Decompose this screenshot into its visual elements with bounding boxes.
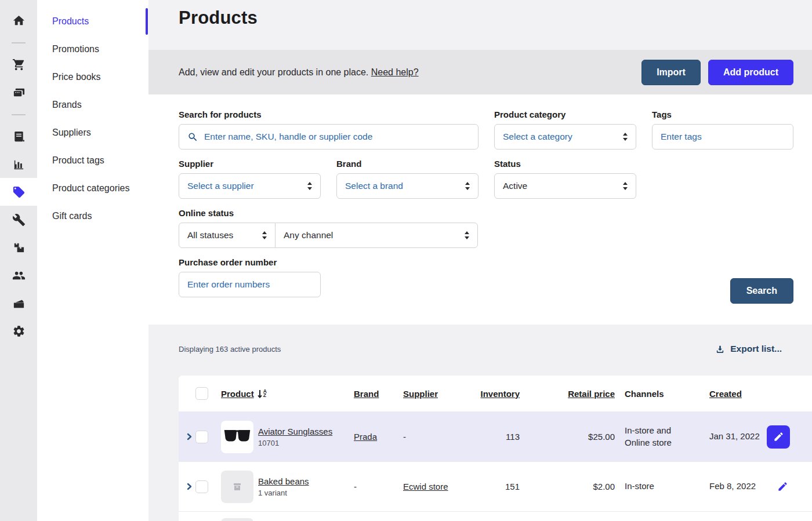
search-label: Search for products xyxy=(179,110,478,119)
created-cell: Feb 8, 2022 xyxy=(699,480,767,492)
tag-icon[interactable] xyxy=(0,178,37,206)
product-search-field xyxy=(179,124,478,150)
home-icon[interactable] xyxy=(0,6,37,34)
page-header: Products xyxy=(148,0,812,50)
brand-cell: - xyxy=(354,482,403,491)
column-header-created[interactable]: Created xyxy=(699,389,767,399)
edit-product-button[interactable] xyxy=(771,475,794,498)
supplier-link[interactable]: Ecwid store xyxy=(403,482,448,491)
add-product-button[interactable]: Add product xyxy=(708,60,793,85)
ledger-icon[interactable] xyxy=(0,122,37,150)
product-cell: Aviator Sunglasses 10701 xyxy=(258,427,354,447)
row-checkbox[interactable] xyxy=(195,431,208,443)
edit-product-button[interactable] xyxy=(767,425,790,449)
sort-asc-icon: AZ xyxy=(257,389,267,398)
expand-chevron-icon[interactable] xyxy=(186,483,195,490)
status-label: Status xyxy=(494,159,636,169)
row-checkbox[interactable] xyxy=(195,480,208,493)
download-icon xyxy=(715,344,725,354)
channel-select[interactable]: Any channel xyxy=(275,223,478,248)
pencil-icon xyxy=(777,481,788,492)
product-thumbnail xyxy=(221,421,253,453)
brand-select[interactable]: Select a brand xyxy=(336,173,478,199)
tags-field xyxy=(652,124,793,150)
box-placeholder-icon xyxy=(233,482,242,491)
cart-icon[interactable] xyxy=(0,50,37,78)
active-indicator xyxy=(146,8,148,35)
retail-price-cell: $2.00 xyxy=(520,482,615,491)
banner-actions: Import Add product xyxy=(641,60,793,85)
po-input[interactable] xyxy=(187,279,312,290)
import-button[interactable]: Import xyxy=(641,60,701,85)
inventory-cell: 113 xyxy=(461,432,520,442)
sidebar-item-suppliers[interactable]: Suppliers xyxy=(37,119,148,147)
tags-input[interactable] xyxy=(661,132,785,142)
po-field xyxy=(179,272,321,297)
spinner-icon xyxy=(465,182,470,190)
bar-chart-icon[interactable] xyxy=(0,150,37,178)
status-select[interactable]: Active xyxy=(494,173,636,199)
users-icon[interactable] xyxy=(0,261,37,289)
channels-cell: In-store and Online store xyxy=(615,425,699,449)
column-header-product[interactable]: Product AZ xyxy=(221,389,354,399)
product-thumbnail-placeholder xyxy=(221,471,253,503)
po-label: Purchase order number xyxy=(179,257,321,267)
rail-divider xyxy=(12,42,26,43)
briefcase-icon[interactable] xyxy=(0,289,37,317)
spinner-icon xyxy=(623,182,628,190)
select-all-checkbox[interactable] xyxy=(195,387,208,400)
column-header-retail-price[interactable]: Retail price xyxy=(520,389,615,399)
product-sku: 10701 xyxy=(258,439,354,447)
table-header-row: Product AZ Brand Supplier Inventory Reta… xyxy=(179,376,812,411)
sidebar-item-products[interactable]: Products xyxy=(37,8,148,35)
spinner-icon xyxy=(623,133,628,141)
sidebar-item-gift-cards[interactable]: Gift cards xyxy=(37,202,148,230)
category-select[interactable]: Select a category xyxy=(494,124,636,150)
product-link[interactable]: Aviator Sunglasses xyxy=(258,427,332,436)
need-help-link[interactable]: Need help? xyxy=(371,67,419,77)
sidebar-item-brands[interactable]: Brands xyxy=(37,91,148,119)
retail-price-cell: $25.00 xyxy=(520,432,615,442)
column-header-channels: Channels xyxy=(615,389,699,399)
results-summary: Displaying 163 active products xyxy=(179,345,281,354)
products-table: Product AZ Brand Supplier Inventory Reta… xyxy=(179,376,812,521)
register-icon[interactable] xyxy=(0,78,37,106)
table-row: Aviator Sunglasses 10701 Prada - 113 $25… xyxy=(179,411,812,461)
category-label: Product category xyxy=(494,110,636,119)
wrench-icon[interactable] xyxy=(0,206,37,234)
table-row: Baked beans 1 variant - Ecwid store 151 … xyxy=(179,461,812,511)
app-root: Products Promotions Price books Brands S… xyxy=(0,0,812,521)
column-header-brand[interactable]: Brand xyxy=(354,389,403,399)
results-meta: Displaying 163 active products Export li… xyxy=(148,325,812,354)
online-status-select[interactable]: All statuses xyxy=(179,223,276,248)
brand-link[interactable]: Prada xyxy=(354,432,377,442)
search-input[interactable] xyxy=(204,132,470,142)
catalog-sidebar: Products Promotions Price books Brands S… xyxy=(37,0,148,521)
gear-icon[interactable] xyxy=(0,317,37,345)
sidebar-item-product-categories[interactable]: Product categories xyxy=(37,174,148,202)
boxes-icon[interactable] xyxy=(0,234,37,261)
inventory-cell: 151 xyxy=(461,482,520,491)
expand-chevron-icon[interactable] xyxy=(186,433,195,440)
product-link[interactable]: Baked beans xyxy=(258,476,309,486)
product-thumbnail-placeholder xyxy=(221,518,253,521)
sidebar-item-label: Products xyxy=(52,16,89,27)
created-cell: Jan 31, 2022 xyxy=(699,431,767,442)
column-header-supplier[interactable]: Supplier xyxy=(403,389,461,399)
sunglasses-image xyxy=(224,428,251,446)
supplier-label: Supplier xyxy=(179,159,321,169)
sidebar-item-price-books[interactable]: Price books xyxy=(37,63,148,91)
brand-label: Brand xyxy=(336,159,478,169)
filters-section: Search for products Product category Sel… xyxy=(148,94,812,325)
table-row-partial xyxy=(179,511,812,521)
sidebar-item-promotions[interactable]: Promotions xyxy=(37,35,148,63)
search-button[interactable]: Search xyxy=(730,278,793,304)
column-header-inventory[interactable]: Inventory xyxy=(461,389,520,399)
supplier-select[interactable]: Select a supplier xyxy=(179,173,321,199)
sidebar-item-product-tags[interactable]: Product tags xyxy=(37,147,148,174)
page-title: Products xyxy=(179,8,812,28)
icon-rail xyxy=(0,0,37,521)
export-list-button[interactable]: Export list... xyxy=(715,344,782,354)
intro-banner: Add, view and edit your products in one … xyxy=(148,50,812,94)
product-cell: Baked beans 1 variant xyxy=(258,476,354,497)
